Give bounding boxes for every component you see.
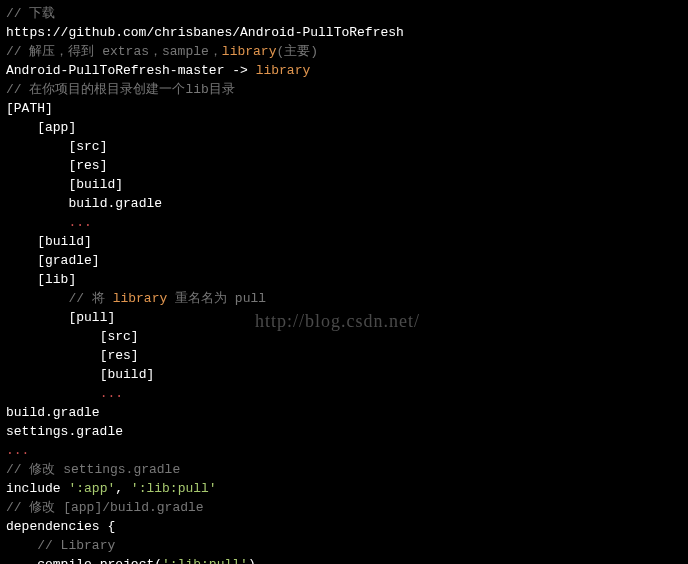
code-block: // 下载https://github.com/chrisbanes/Andro… bbox=[6, 4, 682, 564]
code-line: // 修改 [app]/build.gradle bbox=[6, 498, 682, 517]
code-line: https://github.com/chrisbanes/Android-Pu… bbox=[6, 23, 682, 42]
code-token: // 修改 settings.gradle bbox=[6, 462, 180, 477]
code-line: [build] bbox=[6, 232, 682, 251]
code-line: build.gradle bbox=[6, 403, 682, 422]
code-token: // 下载 bbox=[6, 6, 55, 21]
code-line: ... bbox=[6, 384, 682, 403]
code-token: compile project( bbox=[37, 557, 162, 564]
code-line: [PATH] bbox=[6, 99, 682, 118]
code-token: ... bbox=[100, 386, 123, 401]
code-token: ... bbox=[6, 443, 29, 458]
code-line: [build] bbox=[6, 365, 682, 384]
code-token: [src] bbox=[68, 139, 107, 154]
code-token: 重名名为 pull bbox=[167, 291, 266, 306]
code-line: [lib] bbox=[6, 270, 682, 289]
code-token: ':app' bbox=[68, 481, 115, 496]
code-token: , bbox=[115, 481, 131, 496]
code-line: compile project(':lib:pull') bbox=[6, 555, 682, 564]
code-line: Android-PullToRefresh-master -> library bbox=[6, 61, 682, 80]
code-token: // 修改 [app]/build.gradle bbox=[6, 500, 204, 515]
code-token: // 在你项目的根目录创建一个lib目录 bbox=[6, 82, 235, 97]
code-line: [pull] bbox=[6, 308, 682, 327]
code-token: ':lib:pull' bbox=[131, 481, 217, 496]
code-line: ... bbox=[6, 213, 682, 232]
code-token: ) bbox=[248, 557, 256, 564]
code-token: include bbox=[6, 481, 68, 496]
code-token: [app] bbox=[37, 120, 76, 135]
code-line: [res] bbox=[6, 346, 682, 365]
code-line: // 解压，得到 extras，sample，library(主要) bbox=[6, 42, 682, 61]
code-token: library bbox=[222, 44, 277, 59]
code-line: dependencies { bbox=[6, 517, 682, 536]
code-token: settings.gradle bbox=[6, 424, 123, 439]
code-token: [build] bbox=[68, 177, 123, 192]
code-line: ... bbox=[6, 441, 682, 460]
code-token: [build] bbox=[100, 367, 155, 382]
code-token: ... bbox=[68, 215, 91, 230]
code-line: include ':app', ':lib:pull' bbox=[6, 479, 682, 498]
code-token: Android-PullToRefresh-master -> bbox=[6, 63, 256, 78]
code-token: (主要) bbox=[276, 44, 318, 59]
code-token: [gradle] bbox=[37, 253, 99, 268]
code-line: [src] bbox=[6, 137, 682, 156]
code-line: build.gradle bbox=[6, 194, 682, 213]
code-line: [build] bbox=[6, 175, 682, 194]
code-line: // 将 library 重名名为 pull bbox=[6, 289, 682, 308]
code-token: // Library bbox=[37, 538, 115, 553]
code-token: build.gradle bbox=[6, 405, 100, 420]
code-token: dependencies { bbox=[6, 519, 115, 534]
code-token: [pull] bbox=[68, 310, 115, 325]
code-line: [app] bbox=[6, 118, 682, 137]
code-line: [gradle] bbox=[6, 251, 682, 270]
code-token: [PATH] bbox=[6, 101, 53, 116]
code-line: // 在你项目的根目录创建一个lib目录 bbox=[6, 80, 682, 99]
code-token: [lib] bbox=[37, 272, 76, 287]
code-token: ':lib:pull' bbox=[162, 557, 248, 564]
code-line: [res] bbox=[6, 156, 682, 175]
code-token: [src] bbox=[100, 329, 139, 344]
code-token: [res] bbox=[68, 158, 107, 173]
code-line: // Library bbox=[6, 536, 682, 555]
code-line: [src] bbox=[6, 327, 682, 346]
code-token: // 将 bbox=[68, 291, 112, 306]
code-token: [build] bbox=[37, 234, 92, 249]
code-line: settings.gradle bbox=[6, 422, 682, 441]
code-line: // 下载 bbox=[6, 4, 682, 23]
code-token: build.gradle bbox=[68, 196, 162, 211]
code-token: [res] bbox=[100, 348, 139, 363]
code-line: // 修改 settings.gradle bbox=[6, 460, 682, 479]
code-token: library bbox=[256, 63, 311, 78]
code-token: library bbox=[113, 291, 168, 306]
code-token: // 解压，得到 extras，sample， bbox=[6, 44, 222, 59]
code-token: https://github.com/chrisbanes/Android-Pu… bbox=[6, 25, 404, 40]
